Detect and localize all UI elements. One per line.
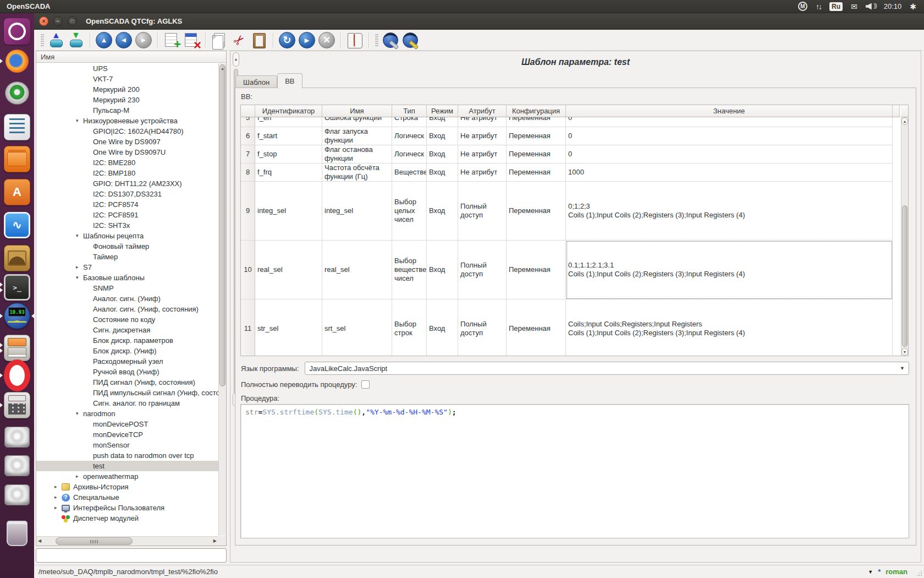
module-tune-icon[interactable] <box>402 32 419 48</box>
tree-item[interactable]: ▸Архивы-История <box>36 482 218 492</box>
tree-item[interactable]: ▸Специальные <box>36 492 218 503</box>
cell-name[interactable]: Ошибка функции <box>322 117 392 127</box>
column-header[interactable]: Значение <box>566 105 893 117</box>
column-header[interactable]: Атрибут <box>458 105 507 117</box>
tree-item[interactable]: ▸Интерфейсы Пользователя <box>36 503 218 513</box>
cell-attr[interactable]: Полный доступ <box>458 241 507 299</box>
column-header[interactable]: Тип <box>392 105 427 117</box>
maximize-button[interactable]: □ <box>68 17 77 26</box>
scroll-left-icon[interactable]: ◀ <box>38 538 41 543</box>
file-cabinet-icon[interactable] <box>4 335 30 361</box>
libreoffice-writer-icon[interactable] <box>4 114 30 140</box>
cell-attr[interactable]: Полный доступ <box>458 299 507 356</box>
system-monitor-icon[interactable] <box>4 212 30 238</box>
tree-item[interactable]: I2C: DS1307,DS3231 <box>36 189 218 199</box>
clock[interactable]: 20:10 <box>884 2 902 10</box>
close-button[interactable]: × <box>39 17 48 26</box>
cell-attr[interactable]: Полный доступ <box>458 182 507 241</box>
tree-item[interactable]: push data to narodmon over tcp <box>36 450 218 461</box>
tree-vscroll-thumb[interactable]: ▲ <box>219 64 226 386</box>
tree-filter-input[interactable] <box>36 548 227 563</box>
cell-id[interactable]: f_stop <box>255 145 322 163</box>
tree-item[interactable]: One Wire by DS9097U <box>36 147 218 157</box>
cell-mode[interactable]: Вход <box>427 299 458 356</box>
tree-item[interactable]: Таймер <box>36 252 218 262</box>
tree-item[interactable]: Блок дискр. (Униф) <box>36 346 218 356</box>
tree-item[interactable]: Аналог. сигн. (Униф, состояния) <box>36 304 218 314</box>
tree-horizontal-scrollbar[interactable]: ◀ ▶ <box>36 536 218 546</box>
tree-item[interactable]: I2C: BME280 <box>36 157 218 168</box>
add-row-icon[interactable] <box>163 32 180 48</box>
module-tool-icon[interactable] <box>382 32 399 48</box>
resize-grip[interactable] <box>916 570 922 576</box>
tree-item[interactable]: UPS <box>36 63 218 74</box>
cell-type[interactable]: Строка <box>392 117 427 127</box>
cell-type[interactable]: Веществе <box>392 163 427 182</box>
firefox-icon[interactable] <box>4 48 30 74</box>
cell-config[interactable]: Переменная <box>507 241 566 299</box>
cell-type[interactable]: Логическ <box>392 127 427 145</box>
cell-attr[interactable]: Не атрибут <box>458 163 507 182</box>
tree-item[interactable]: VKT-7 <box>36 74 218 84</box>
row-number[interactable]: 7 <box>241 145 255 163</box>
cell-name[interactable]: Флаг останова функции <box>322 145 392 163</box>
wooden-desk-icon[interactable] <box>4 245 30 271</box>
cell-id[interactable]: f_start <box>255 127 322 145</box>
expander-open-icon[interactable]: ▾ <box>76 231 83 241</box>
cell-config[interactable]: Переменная <box>507 163 566 182</box>
column-header[interactable]: Имя <box>322 105 392 117</box>
tree-vertical-scrollbar[interactable]: ▲ <box>218 63 226 536</box>
cell-id[interactable]: integ_sel <box>255 182 322 241</box>
tree-item[interactable]: Сигн. дискретная <box>36 325 218 335</box>
expander-open-icon[interactable]: ▾ <box>76 272 83 283</box>
tree-item[interactable]: Расходомерный узел <box>36 356 218 367</box>
tree-item[interactable]: monDeviceTCP <box>36 429 218 440</box>
stop-icon[interactable] <box>318 32 335 48</box>
forward-icon[interactable] <box>135 32 152 48</box>
cell-value[interactable]: 0.1;1.1;2.1;3.1Coils (1);Input Coils (2)… <box>566 241 893 299</box>
tree-item[interactable]: ▾Шаблоны рецепта <box>36 231 218 241</box>
harddisk-3-icon[interactable] <box>4 482 30 508</box>
toolbar-handle[interactable] <box>375 34 378 47</box>
tab-template[interactable]: Шаблон <box>235 75 277 88</box>
ubuntu-dash-icon[interactable] <box>4 18 30 45</box>
manual-icon[interactable] <box>346 32 363 48</box>
tree-item[interactable]: Аналог. сигн. (Униф) <box>36 293 218 304</box>
tree-item[interactable]: GPIO|I2C: 1602A(HD44780) <box>36 126 218 137</box>
volume-icon[interactable] <box>866 3 876 10</box>
tree-item[interactable]: monDevicePOST <box>36 419 218 429</box>
expander-closed-icon[interactable]: ▸ <box>76 262 83 272</box>
row-number[interactable]: 11 <box>241 299 255 356</box>
row-number[interactable]: 8 <box>241 163 255 182</box>
cell-value[interactable]: 0 <box>566 145 893 163</box>
cell-config[interactable]: Переменная <box>507 127 566 145</box>
tree-item[interactable]: I2C: SHT3x <box>36 220 218 231</box>
cell-config[interactable]: Переменная <box>507 145 566 163</box>
tree-item[interactable]: ▸S7 <box>36 262 218 272</box>
cell-config[interactable]: Переменная <box>507 117 566 127</box>
refresh-icon[interactable] <box>279 32 295 48</box>
tree-item[interactable]: Меркурий 200 <box>36 84 218 95</box>
cell-value[interactable]: Coils;Input Coils;Registers;Input Regist… <box>566 299 893 356</box>
table-scroll-thumb[interactable] <box>902 205 908 347</box>
tree-item[interactable]: Состояние по коду <box>36 314 218 325</box>
cell-value[interactable]: 0;1;2;3Coils (1);Input Coils (2);Registe… <box>566 182 893 241</box>
files-icon[interactable] <box>4 146 30 172</box>
disk-usage-icon[interactable] <box>4 80 30 106</box>
tree-item[interactable]: Ручной ввод (Униф) <box>36 367 218 377</box>
expander-closed-icon[interactable]: ▸ <box>54 492 62 503</box>
paste-icon[interactable] <box>251 32 267 48</box>
tree-item[interactable]: Сигн. аналог. по границам <box>36 398 218 408</box>
cut-icon[interactable] <box>231 32 248 48</box>
tree-item[interactable]: ПИД импульсный сигнал (Униф, состояния) <box>36 388 218 398</box>
cell-type[interactable]: Выбор целых чисел <box>392 182 427 241</box>
tree-item[interactable]: ▾narodmon <box>36 408 218 419</box>
tree-item[interactable]: Блок дискр. параметров <box>36 335 218 346</box>
cell-config[interactable]: Переменная <box>507 182 566 241</box>
cell-name[interactable]: Флаг запуска функции <box>322 127 392 145</box>
translate-checkbox[interactable] <box>361 380 370 389</box>
openscada-icon[interactable] <box>4 303 30 329</box>
cell-id[interactable]: real_sel <box>255 241 322 299</box>
column-header[interactable] <box>241 105 255 117</box>
scroll-right-icon[interactable]: ▶ <box>213 538 217 543</box>
